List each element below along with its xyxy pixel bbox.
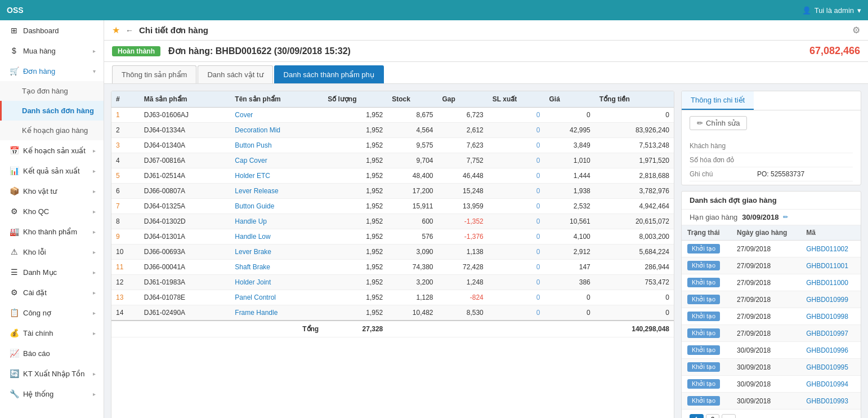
- content-area: ★ ← Chi tiết đơn hàng ⚙ Hoàn thành Đơn h…: [104, 20, 868, 418]
- cell-ten[interactable]: Cap Cover: [230, 153, 323, 168]
- cell-so-luong: 1,952: [323, 138, 387, 153]
- user-menu[interactable]: 👤 Tui là admin ▾: [802, 6, 861, 15]
- sidebar-item-label: Mua hàng: [23, 47, 88, 55]
- cell-ten[interactable]: Handle Up: [230, 214, 323, 229]
- cell-ten[interactable]: Panel Control: [230, 290, 323, 305]
- page-1-button[interactable]: 1: [690, 414, 704, 418]
- cell-ma: DJ64-01078E: [140, 290, 231, 305]
- delivery-ma[interactable]: GHBD010994: [800, 376, 861, 393]
- delivery-ma[interactable]: GHBD010995: [800, 359, 861, 376]
- page-next-button[interactable]: »: [722, 414, 736, 418]
- page-2-button[interactable]: 2: [706, 414, 720, 418]
- cell-stock: 1,128: [387, 290, 437, 305]
- delivery-ma[interactable]: GHBD011002: [800, 241, 861, 257]
- cell-ten[interactable]: Lever Release: [230, 184, 323, 199]
- cell-gia: 2,532: [545, 199, 595, 214]
- app-title: OSS: [7, 6, 24, 15]
- sidebar-item-ke-hoach-giao-hang[interactable]: Kế hoạch giao hàng: [0, 121, 104, 140]
- table-footer-row: Tổng 27,328 140,298,048: [111, 321, 674, 337]
- delivery-ma[interactable]: GHBD010999: [800, 291, 861, 308]
- sidebar-item-label: Kho vật tư: [23, 187, 88, 195]
- tong-empty3: [488, 321, 545, 337]
- cell-ten[interactable]: Holder Joint: [230, 275, 323, 290]
- sidebar-item-tai-chinh[interactable]: 💰 Tài chính ▸: [0, 323, 104, 343]
- sidebar-item-mua-hang[interactable]: $ Mua hàng ▸: [0, 41, 104, 61]
- cell-no: 5: [111, 168, 140, 184]
- page-title: Chi tiết đơn hàng: [139, 25, 847, 35]
- table-row: 5 DJ61-02514A Holder ETC 1,952 48,400 46…: [111, 168, 674, 184]
- sidebar-item-ke-hoach-san-xuat[interactable]: 📅 Kế hoạch sản xuất ▸: [0, 140, 104, 161]
- sidebar-item-danh-muc[interactable]: ☰ Danh Mục ▸: [0, 262, 104, 282]
- info-tab-chi-tiet[interactable]: Thông tin chi tiết: [682, 91, 754, 110]
- cell-no: 10: [111, 244, 140, 260]
- sidebar-item-kho-vat-tu[interactable]: 📦 Kho vật tư ▸: [0, 181, 104, 201]
- sidebar-item-kho-loi[interactable]: ⚠ Kho lỗi ▸: [0, 242, 104, 262]
- cell-gap: -824: [438, 290, 488, 305]
- cell-ten[interactable]: Button Guide: [230, 199, 323, 214]
- tab-thong-tin-san-pham[interactable]: Thông tin sản phẩm: [112, 65, 196, 83]
- back-button[interactable]: ←: [126, 26, 133, 35]
- cell-ten[interactable]: Shaft Brake: [230, 260, 323, 275]
- star-icon[interactable]: ★: [112, 25, 120, 35]
- edit-button[interactable]: ✏ Chỉnh sửa: [690, 116, 747, 130]
- delivery-ma[interactable]: GHBD010998: [800, 308, 861, 325]
- sidebar-item-tao-don-hang[interactable]: Tạo đơn hàng: [0, 81, 104, 101]
- sidebar-item-don-hang[interactable]: 🛒 Đơn hàng ▾: [0, 61, 104, 81]
- sidebar-item-cai-dat[interactable]: ⚙ Cài đặt ▸: [0, 282, 104, 303]
- cell-sl-xuat: 0: [488, 244, 545, 260]
- cell-no: 12: [111, 275, 140, 290]
- sidebar-item-label: Công nợ: [23, 309, 88, 317]
- cell-ten[interactable]: Cover: [230, 108, 323, 123]
- edit-deadline-icon[interactable]: ✏: [783, 214, 788, 221]
- cell-no: 1: [111, 108, 140, 123]
- settings-icon: ⚙: [10, 288, 19, 297]
- delivery-status: Khởi tạo: [682, 359, 731, 376]
- so-hoa-don-row: Số hóa đơn đỏ: [690, 153, 853, 167]
- cell-ten[interactable]: Button Push: [230, 138, 323, 153]
- sidebar-item-dashboard[interactable]: ⊞ Dashboard: [0, 20, 104, 41]
- sidebar-item-kho-thanh-pham[interactable]: 🏭 Kho thành phẩm ▸: [0, 221, 104, 242]
- cell-so-luong: 1,952: [323, 214, 387, 229]
- table-wrapper: # Mã sản phẩm Tên sản phẩm Số lượng Stoc…: [111, 91, 674, 337]
- chevron-down-icon: ▾: [857, 6, 861, 15]
- cell-no: 8: [111, 214, 140, 229]
- box-icon: 📦: [10, 186, 19, 195]
- cell-tong-tien: 1,971,520: [595, 153, 674, 168]
- cell-ten[interactable]: Lever Brake: [230, 244, 323, 260]
- right-panel: Thông tin chi tiết ✏ Chỉnh sửa Khách hàn…: [681, 91, 861, 418]
- cell-gap: 72,428: [438, 260, 488, 275]
- cell-ten[interactable]: Handle Low: [230, 229, 323, 244]
- sidebar-item-kho-qc[interactable]: ⚙ Kho QC ▸: [0, 201, 104, 221]
- sidebar-item-cong-no[interactable]: 📋 Công nợ ▸: [0, 303, 104, 323]
- cell-ten[interactable]: Decoration Mid: [230, 123, 323, 138]
- sidebar-item-label: Hệ thống: [23, 390, 88, 398]
- cell-ten[interactable]: Holder ETC: [230, 168, 323, 184]
- sidebar-item-danh-sach-don-hang[interactable]: Danh sách đơn hàng: [0, 101, 104, 121]
- sidebar-item-bao-cao[interactable]: 📈 Báo cáo: [0, 343, 104, 363]
- cell-no: 11: [111, 260, 140, 275]
- cell-sl-xuat: 0: [488, 290, 545, 305]
- sidebar: ⊞ Dashboard $ Mua hàng ▸ 🛒 Đơn hàng ▾ Tạ…: [0, 20, 104, 418]
- settings-icon[interactable]: ⚙: [852, 25, 860, 35]
- cell-gia: 42,995: [545, 123, 595, 138]
- cell-ten[interactable]: Frame Handle: [230, 305, 323, 321]
- tab-danh-sach-thanh-pham-phu[interactable]: Danh sách thành phẩm phụ: [274, 65, 384, 83]
- chevron-right-icon: ▸: [93, 229, 96, 235]
- sidebar-item-ket-qua-san-xuat[interactable]: 📊 Kết quả sản xuất ▸: [0, 161, 104, 181]
- cell-ma: DJ61-02490A: [140, 305, 231, 321]
- sidebar-item-kt-xuat-nhap-ton[interactable]: 🔄 KT Xuất Nhập Tồn ▸: [0, 363, 104, 384]
- sidebar-item-he-thong[interactable]: 🔧 Hệ thống ▸: [0, 384, 104, 404]
- delivery-ma[interactable]: GHBD011000: [800, 274, 861, 291]
- delivery-ma[interactable]: GHBD011001: [800, 257, 861, 274]
- chevron-right-icon: ▸: [93, 310, 96, 316]
- delivery-status: Khởi tạo: [682, 257, 731, 274]
- cell-so-luong: 1,952: [323, 153, 387, 168]
- tab-danh-sach-vat-tu[interactable]: Danh sách vật tư: [198, 65, 272, 83]
- cell-so-luong: 1,952: [323, 199, 387, 214]
- delivery-ma[interactable]: GHBD010993: [800, 393, 861, 410]
- cell-tong-tien: 0: [595, 305, 674, 321]
- delivery-ma[interactable]: GHBD010996: [800, 342, 861, 359]
- sidebar-item-label: Kế hoạch sản xuất: [23, 146, 88, 155]
- delivery-ma[interactable]: GHBD010997: [800, 325, 861, 342]
- cell-tong-tien: 2,818,688: [595, 168, 674, 184]
